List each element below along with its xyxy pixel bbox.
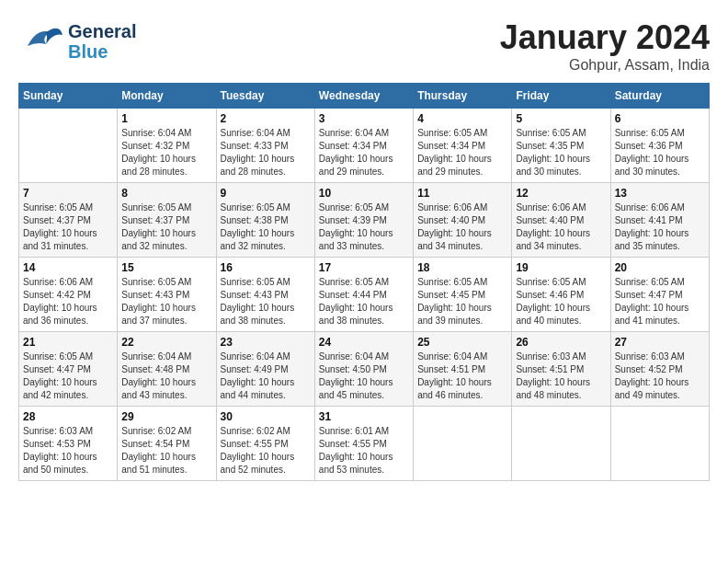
weekday-header-wednesday: Wednesday [314, 84, 413, 109]
day-info: Sunrise: 6:06 AMSunset: 4:41 PMDaylight:… [615, 201, 705, 253]
day-number: 14 [23, 261, 113, 274]
calendar-cell: 29Sunrise: 6:02 AMSunset: 4:54 PMDayligh… [118, 407, 216, 481]
day-number: 17 [319, 261, 409, 274]
day-number: 15 [121, 261, 211, 274]
day-info: Sunrise: 6:06 AMSunset: 4:40 PMDaylight:… [417, 201, 507, 253]
day-info: Sunrise: 6:04 AMSunset: 4:33 PMDaylight:… [221, 127, 311, 178]
day-info: Sunrise: 6:05 AMSunset: 4:34 PMDaylight:… [417, 127, 507, 178]
calendar-cell [414, 407, 512, 481]
day-number: 18 [417, 261, 507, 274]
day-info: Sunrise: 6:03 AMSunset: 4:53 PMDaylight:… [23, 425, 113, 477]
day-info: Sunrise: 6:03 AMSunset: 4:51 PMDaylight:… [516, 350, 606, 402]
day-info: Sunrise: 6:05 AMSunset: 4:38 PMDaylight:… [221, 201, 311, 253]
calendar-cell: 31Sunrise: 6:01 AMSunset: 4:55 PMDayligh… [314, 407, 413, 481]
day-info: Sunrise: 6:04 AMSunset: 4:50 PMDaylight:… [319, 350, 409, 402]
calendar-cell [19, 109, 118, 183]
day-info: Sunrise: 6:04 AMSunset: 4:48 PMDaylight:… [121, 350, 211, 402]
day-number: 12 [516, 187, 606, 200]
calendar-cell: 21Sunrise: 6:05 AMSunset: 4:47 PMDayligh… [19, 332, 118, 407]
calendar-cell [610, 407, 709, 481]
calendar-week-row: 28Sunrise: 6:03 AMSunset: 4:53 PMDayligh… [19, 407, 710, 481]
month-title: January 2024 [500, 18, 710, 57]
calendar-cell: 4Sunrise: 6:05 AMSunset: 4:34 PMDaylight… [414, 109, 512, 183]
day-info: Sunrise: 6:04 AMSunset: 4:51 PMDaylight:… [417, 350, 507, 402]
day-info: Sunrise: 6:06 AMSunset: 4:40 PMDaylight:… [516, 201, 606, 253]
day-number: 10 [319, 187, 409, 200]
day-info: Sunrise: 6:05 AMSunset: 4:44 PMDaylight:… [319, 276, 409, 327]
day-number: 21 [23, 336, 113, 349]
calendar-cell: 22Sunrise: 6:04 AMSunset: 4:48 PMDayligh… [118, 332, 216, 407]
logo-text: General Blue [68, 21, 136, 62]
day-number: 4 [417, 112, 507, 125]
day-info: Sunrise: 6:06 AMSunset: 4:42 PMDaylight:… [23, 276, 113, 327]
title-section: January 2024 Gohpur, Assam, India [500, 18, 710, 74]
day-number: 8 [121, 187, 211, 200]
day-info: Sunrise: 6:05 AMSunset: 4:37 PMDaylight:… [23, 201, 113, 253]
calendar-cell: 10Sunrise: 6:05 AMSunset: 4:39 PMDayligh… [314, 183, 413, 258]
day-info: Sunrise: 6:05 AMSunset: 4:39 PMDaylight:… [319, 201, 409, 253]
calendar-cell: 9Sunrise: 6:05 AMSunset: 4:38 PMDaylight… [216, 183, 314, 258]
day-number: 9 [221, 187, 311, 200]
day-info: Sunrise: 6:02 AMSunset: 4:55 PMDaylight:… [221, 425, 311, 477]
weekday-header-tuesday: Tuesday [216, 84, 314, 109]
day-number: 26 [516, 336, 606, 349]
calendar-cell: 7Sunrise: 6:05 AMSunset: 4:37 PMDaylight… [19, 183, 118, 258]
day-info: Sunrise: 6:05 AMSunset: 4:47 PMDaylight:… [23, 350, 113, 402]
day-info: Sunrise: 6:05 AMSunset: 4:43 PMDaylight:… [121, 276, 211, 327]
calendar-cell: 28Sunrise: 6:03 AMSunset: 4:53 PMDayligh… [19, 407, 118, 481]
day-info: Sunrise: 6:05 AMSunset: 4:47 PMDaylight:… [615, 276, 705, 327]
calendar-cell: 11Sunrise: 6:06 AMSunset: 4:40 PMDayligh… [414, 183, 512, 258]
calendar-table: SundayMondayTuesdayWednesdayThursdayFrid… [18, 83, 710, 481]
day-number: 30 [221, 410, 311, 423]
day-number: 31 [319, 410, 409, 423]
day-info: Sunrise: 6:02 AMSunset: 4:54 PMDaylight:… [121, 425, 211, 477]
day-number: 16 [221, 261, 311, 274]
calendar-week-row: 14Sunrise: 6:06 AMSunset: 4:42 PMDayligh… [19, 258, 710, 332]
calendar-cell: 2Sunrise: 6:04 AMSunset: 4:33 PMDaylight… [216, 109, 314, 183]
calendar-cell: 15Sunrise: 6:05 AMSunset: 4:43 PMDayligh… [118, 258, 216, 332]
page-header: General Blue January 2024 Gohpur, Assam,… [18, 18, 710, 74]
weekday-header-sunday: Sunday [19, 84, 118, 109]
calendar-cell: 18Sunrise: 6:05 AMSunset: 4:45 PMDayligh… [414, 258, 512, 332]
day-info: Sunrise: 6:05 AMSunset: 4:45 PMDaylight:… [417, 276, 507, 327]
day-number: 27 [615, 336, 705, 349]
day-number: 7 [23, 187, 113, 200]
weekday-header-monday: Monday [118, 84, 216, 109]
calendar-week-row: 1Sunrise: 6:04 AMSunset: 4:32 PMDaylight… [19, 109, 710, 183]
day-number: 29 [121, 410, 211, 423]
day-number: 13 [615, 187, 705, 200]
day-number: 24 [319, 336, 409, 349]
day-info: Sunrise: 6:05 AMSunset: 4:46 PMDaylight:… [516, 276, 606, 327]
day-number: 5 [516, 112, 606, 125]
day-info: Sunrise: 6:01 AMSunset: 4:55 PMDaylight:… [319, 425, 409, 477]
weekday-header-friday: Friday [512, 84, 610, 109]
calendar-cell: 12Sunrise: 6:06 AMSunset: 4:40 PMDayligh… [512, 183, 610, 258]
calendar-cell: 3Sunrise: 6:04 AMSunset: 4:34 PMDaylight… [314, 109, 413, 183]
logo-icon [18, 18, 64, 64]
calendar-cell [512, 407, 610, 481]
calendar-cell: 19Sunrise: 6:05 AMSunset: 4:46 PMDayligh… [512, 258, 610, 332]
calendar-cell: 13Sunrise: 6:06 AMSunset: 4:41 PMDayligh… [610, 183, 709, 258]
calendar-cell: 6Sunrise: 6:05 AMSunset: 4:36 PMDaylight… [610, 109, 709, 183]
weekday-header-saturday: Saturday [610, 84, 709, 109]
day-number: 2 [221, 112, 311, 125]
day-number: 25 [417, 336, 507, 349]
calendar-cell: 1Sunrise: 6:04 AMSunset: 4:32 PMDaylight… [118, 109, 216, 183]
day-number: 28 [23, 410, 113, 423]
calendar-cell: 20Sunrise: 6:05 AMSunset: 4:47 PMDayligh… [610, 258, 709, 332]
day-number: 23 [221, 336, 311, 349]
day-info: Sunrise: 6:05 AMSunset: 4:43 PMDaylight:… [221, 276, 311, 327]
calendar-cell: 5Sunrise: 6:05 AMSunset: 4:35 PMDaylight… [512, 109, 610, 183]
calendar-week-row: 21Sunrise: 6:05 AMSunset: 4:47 PMDayligh… [19, 332, 710, 407]
weekday-header-thursday: Thursday [414, 84, 512, 109]
day-number: 22 [121, 336, 211, 349]
location-title: Gohpur, Assam, India [500, 57, 710, 74]
weekday-header-row: SundayMondayTuesdayWednesdayThursdayFrid… [19, 84, 710, 109]
day-info: Sunrise: 6:05 AMSunset: 4:36 PMDaylight:… [615, 127, 705, 178]
calendar-cell: 17Sunrise: 6:05 AMSunset: 4:44 PMDayligh… [314, 258, 413, 332]
calendar-cell: 16Sunrise: 6:05 AMSunset: 4:43 PMDayligh… [216, 258, 314, 332]
day-number: 20 [615, 261, 705, 274]
calendar-cell: 23Sunrise: 6:04 AMSunset: 4:49 PMDayligh… [216, 332, 314, 407]
day-number: 1 [121, 112, 211, 125]
calendar-cell: 14Sunrise: 6:06 AMSunset: 4:42 PMDayligh… [19, 258, 118, 332]
